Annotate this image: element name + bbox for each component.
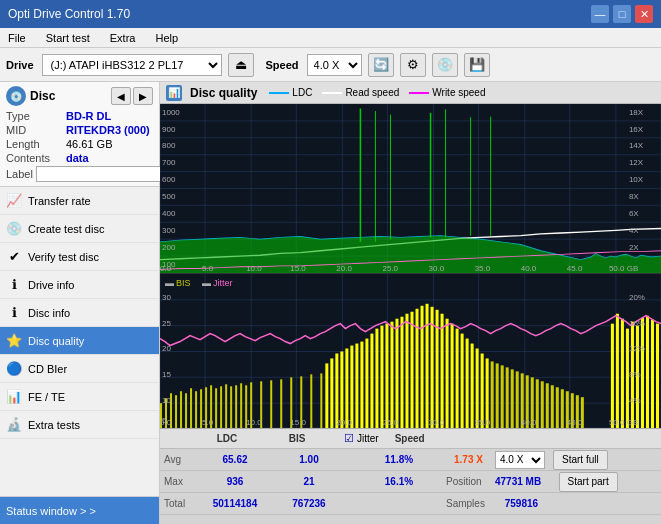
svg-rect-134	[466, 339, 469, 428]
disc-quality-label: Disc quality	[28, 335, 84, 347]
sidebar-item-fe-te[interactable]: 📊FE / TE	[0, 383, 159, 411]
settings-button[interactable]: ⚙	[400, 53, 426, 77]
svg-rect-153	[561, 389, 564, 428]
start-part-button[interactable]: Start part	[559, 472, 618, 492]
menu-extra[interactable]: Extra	[106, 31, 140, 45]
menubar: File Start test Extra Help	[0, 28, 661, 48]
label-input[interactable]	[36, 166, 169, 182]
svg-text:50.0 GB: 50.0 GB	[609, 418, 638, 427]
svg-text:20: 20	[162, 345, 171, 354]
svg-text:10.0: 10.0	[246, 265, 262, 273]
svg-rect-141	[501, 365, 504, 428]
label-key: Label	[6, 168, 33, 180]
svg-rect-84	[180, 391, 182, 428]
drive-select[interactable]: (J:) ATAPI iHBS312 2 PL17	[42, 54, 222, 76]
transfer-rate-icon: 📈	[6, 193, 22, 209]
svg-rect-86	[190, 388, 192, 428]
svg-text:900: 900	[162, 125, 175, 133]
sidebar-item-disc-info[interactable]: ℹDisc info	[0, 299, 159, 327]
menu-help[interactable]: Help	[151, 31, 182, 45]
disc-button[interactable]: 💿	[432, 53, 458, 77]
refresh-button[interactable]: 🔄	[368, 53, 394, 77]
svg-rect-112	[355, 344, 358, 428]
disc-panel: 💿 Disc ◀ ▶ Type BD-R DL MID RITEKDR3 (00…	[0, 82, 159, 187]
legend-ldc-label: LDC	[292, 87, 312, 98]
svg-rect-131	[451, 324, 454, 428]
svg-text:20%: 20%	[629, 293, 645, 302]
svg-rect-167	[656, 324, 659, 428]
sidebar-item-extra-tests[interactable]: 🔬Extra tests	[0, 411, 159, 439]
svg-text:40.0: 40.0	[521, 265, 537, 273]
svg-text:30.0: 30.0	[429, 418, 445, 427]
max-row: Max 936 21 16.1% Position 47731 MB Start…	[160, 471, 661, 493]
speed-header: Speed	[389, 433, 431, 444]
menu-start-test[interactable]: Start test	[42, 31, 94, 45]
type-value: BD-R DL	[66, 110, 111, 122]
svg-text:4%: 4%	[629, 396, 641, 405]
create-test-disc-label: Create test disc	[28, 223, 104, 235]
svg-text:▬: ▬	[202, 278, 211, 288]
svg-text:15.0: 15.0	[290, 418, 306, 427]
minimize-button[interactable]: —	[591, 5, 609, 23]
stats-header: LDC BIS ☑ Jitter Speed	[160, 429, 661, 449]
svg-text:0.0: 0.0	[160, 265, 171, 273]
jitter-check[interactable]: ☑ Jitter	[344, 432, 379, 445]
svg-rect-122	[405, 314, 408, 428]
app-title: Opti Drive Control 1.70	[8, 7, 130, 21]
svg-rect-95	[235, 385, 237, 428]
menu-file[interactable]: File	[4, 31, 30, 45]
disc-contents-row: Contents data	[6, 152, 153, 164]
svg-rect-129	[441, 314, 444, 428]
speed-dropdown[interactable]: 4.0 X	[495, 451, 545, 469]
extra-tests-icon: 🔬	[6, 417, 22, 433]
svg-rect-106	[325, 363, 328, 428]
legend-write-color	[409, 92, 429, 94]
sidebar-item-disc-quality[interactable]: ⭐Disc quality	[0, 327, 159, 355]
svg-rect-83	[175, 395, 177, 428]
cd-bier-label: CD BIer	[28, 363, 67, 375]
extra-tests-label: Extra tests	[28, 419, 80, 431]
svg-rect-107	[330, 358, 333, 428]
svg-rect-117	[380, 326, 383, 428]
jitter-checkbox[interactable]: ☑	[344, 432, 354, 445]
svg-rect-125	[421, 306, 424, 428]
position-val: 47731 MB	[486, 476, 551, 487]
svg-rect-101	[280, 379, 282, 428]
sidebar: 💿 Disc ◀ ▶ Type BD-R DL MID RITEKDR3 (00…	[0, 82, 160, 524]
eject-button[interactable]: ⏏	[228, 53, 254, 77]
ldc-header: LDC	[192, 433, 262, 444]
svg-rect-136	[476, 349, 479, 428]
status-window[interactable]: Status window > >	[0, 496, 159, 524]
sidebar-item-cd-bier[interactable]: 🔵CD BIer	[0, 355, 159, 383]
start-full-button[interactable]: Start full	[553, 450, 608, 470]
disc-nav-prev[interactable]: ◀	[111, 87, 131, 105]
speed-select[interactable]: 4.0 X	[307, 54, 362, 76]
avg-jitter: 11.8%	[364, 454, 434, 465]
disc-type-row: Type BD-R DL	[6, 110, 153, 122]
svg-text:15.0: 15.0	[290, 265, 306, 273]
legend-ldc: LDC	[269, 87, 312, 98]
sidebar-item-transfer-rate[interactable]: 📈Transfer rate	[0, 187, 159, 215]
save-button[interactable]: 💾	[464, 53, 490, 77]
status-window-label: Status window > >	[6, 505, 96, 517]
svg-text:45.0: 45.0	[567, 418, 583, 427]
svg-text:200: 200	[162, 243, 175, 251]
length-value: 46.61 GB	[66, 138, 112, 150]
close-button[interactable]: ✕	[635, 5, 653, 23]
max-bis: 21	[274, 476, 344, 487]
svg-text:50.0 GB: 50.0 GB	[609, 265, 638, 273]
svg-text:12X: 12X	[629, 159, 643, 167]
max-jitter: 16.1%	[364, 476, 434, 487]
legend-read-color	[322, 92, 342, 94]
sidebar-item-drive-info[interactable]: ℹDrive info	[0, 271, 159, 299]
svg-rect-94	[230, 386, 232, 428]
sidebar-item-create-test-disc[interactable]: 💿Create test disc	[0, 215, 159, 243]
contents-value: data	[66, 152, 89, 164]
svg-rect-111	[350, 346, 353, 428]
disc-nav-next[interactable]: ▶	[133, 87, 153, 105]
avg-label: Avg	[164, 454, 196, 465]
sidebar-item-verify-test-disc[interactable]: ✔Verify test disc	[0, 243, 159, 271]
svg-rect-121	[400, 317, 403, 428]
maximize-button[interactable]: □	[613, 5, 631, 23]
cd-bier-icon: 🔵	[6, 361, 22, 377]
